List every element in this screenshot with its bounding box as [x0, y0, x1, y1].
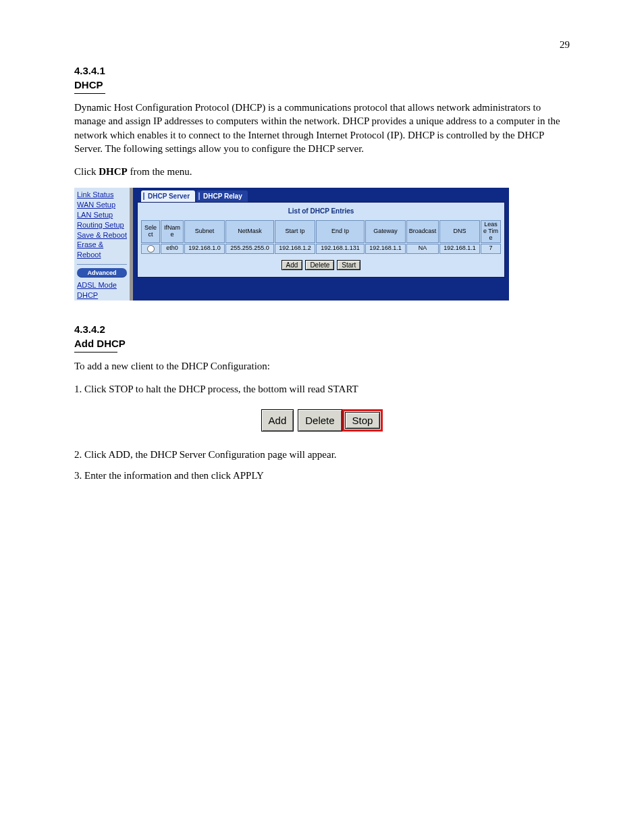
- section-title-dhcp: DHCP: [74, 79, 570, 90]
- button-figure: Add Delete Stop: [74, 409, 570, 432]
- tab-stripe-icon: [198, 192, 200, 200]
- th-broadcast: Broadcast: [406, 220, 439, 243]
- tab-dhcp-relay-label: DHCP Relay: [203, 192, 242, 200]
- cell-ifname: eth0: [161, 244, 184, 254]
- tab-dhcp-server[interactable]: DHCP Server: [141, 190, 195, 202]
- dhcp-panel-title: List of DHCP Entries: [140, 207, 502, 215]
- fig-stop-button[interactable]: Stop: [345, 412, 381, 429]
- stop-highlight-box: Stop: [342, 409, 383, 432]
- click-prefix: Click: [74, 166, 99, 177]
- click-suffix: from the menu.: [128, 166, 192, 177]
- click-dhcp-instruction: Click DHCP from the menu.: [74, 165, 570, 178]
- th-gateway: Gateway: [365, 220, 406, 243]
- fig-delete-button[interactable]: Delete: [298, 409, 342, 432]
- dhcp-entries-table: Select IfName Subnet NetMask Start Ip En…: [140, 219, 502, 255]
- dhcp-inline-link: DHCP: [99, 166, 128, 177]
- sidebar-divider: [77, 264, 127, 265]
- tab-dhcp-server-label: DHCP Server: [148, 192, 190, 200]
- dhcp-panel: List of DHCP Entries Select IfName Subne…: [137, 202, 505, 278]
- step-2: 2. Click ADD, the DHCP Server Configurat…: [74, 448, 570, 461]
- th-lease: Lease Time: [481, 220, 501, 243]
- fig-add-button[interactable]: Add: [261, 409, 294, 432]
- table-row: eth0 192.168.1.0 255.255.255.0 192.168.1…: [141, 244, 501, 254]
- adddhcp-intro: To add a new client to the DHCP Configur…: [74, 359, 570, 373]
- section-number-dhcp: 4.3.4.1: [74, 65, 570, 76]
- tab-stripe-icon: [143, 192, 144, 200]
- sidebar-item-save-reboot[interactable]: Save & Reboot: [77, 230, 127, 240]
- sidebar-item-erase-reboot[interactable]: Erase & Reboot: [77, 240, 127, 260]
- step-1: 1. Click STOP to halt the DHCP process, …: [74, 382, 570, 396]
- sidebar-item-adsl-mode[interactable]: ADSL Mode: [77, 280, 127, 290]
- cell-gateway: 192.168.1.1: [365, 244, 406, 254]
- router-screenshot: Link Status WAN Setup LAN Setup Routing …: [74, 188, 496, 301]
- router-main: DHCP Server DHCP Relay List of DHCP Entr…: [133, 188, 509, 301]
- sidebar-item-dhcp[interactable]: DHCP: [77, 290, 127, 301]
- cell-dns: 192.168.1.1: [439, 244, 480, 254]
- panel-start-button[interactable]: Start: [337, 260, 360, 270]
- cell-subnet: 192.168.1.0: [184, 244, 225, 254]
- heading-underline: [74, 352, 117, 353]
- th-subnet: Subnet: [184, 220, 225, 243]
- section-title-adddhcp: Add DHCP: [74, 338, 570, 349]
- th-select: Select: [141, 220, 160, 243]
- tab-bar: DHCP Server DHCP Relay: [137, 190, 505, 202]
- cell-lease: 7: [481, 244, 501, 254]
- sidebar-item-link-status[interactable]: Link Status: [77, 190, 127, 200]
- radio-icon[interactable]: [147, 245, 155, 253]
- heading-underline: [74, 93, 105, 94]
- dhcp-description: Dynamic Host Configuration Protocol (DHC…: [74, 101, 570, 155]
- cell-broadcast: NA: [406, 244, 439, 254]
- panel-button-row: Add Delete Start: [140, 260, 502, 270]
- tab-dhcp-relay[interactable]: DHCP Relay: [196, 190, 248, 202]
- th-startip: Start Ip: [275, 220, 315, 243]
- panel-delete-button[interactable]: Delete: [305, 260, 334, 270]
- sidebar-item-wan-setup[interactable]: WAN Setup: [77, 200, 127, 210]
- th-dns: DNS: [439, 220, 480, 243]
- cell-netmask: 255.255.255.0: [225, 244, 274, 254]
- sidebar-item-lan-setup[interactable]: LAN Setup: [77, 210, 127, 220]
- th-netmask: NetMask: [225, 220, 274, 243]
- table-header-row: Select IfName Subnet NetMask Start Ip En…: [141, 220, 501, 243]
- page-number: 29: [560, 39, 570, 51]
- cell-select[interactable]: [141, 244, 160, 254]
- th-endip: End Ip: [316, 220, 365, 243]
- sidebar-item-routing-setup[interactable]: Routing Setup: [77, 220, 127, 230]
- section-number-adddhcp: 4.3.4.2: [74, 323, 570, 335]
- document-page: 29 4.3.4.1 DHCP Dynamic Host Configurati…: [0, 0, 644, 834]
- cell-endip: 192.168.1.131: [316, 244, 365, 254]
- step-3: 3. Enter the information and then click …: [74, 469, 570, 482]
- advanced-badge[interactable]: Advanced: [77, 268, 127, 278]
- panel-add-button[interactable]: Add: [281, 260, 303, 270]
- router-sidebar: Link Status WAN Setup LAN Setup Routing …: [74, 188, 133, 301]
- cell-startip: 192.168.1.2: [275, 244, 315, 254]
- th-ifname: IfName: [161, 220, 184, 243]
